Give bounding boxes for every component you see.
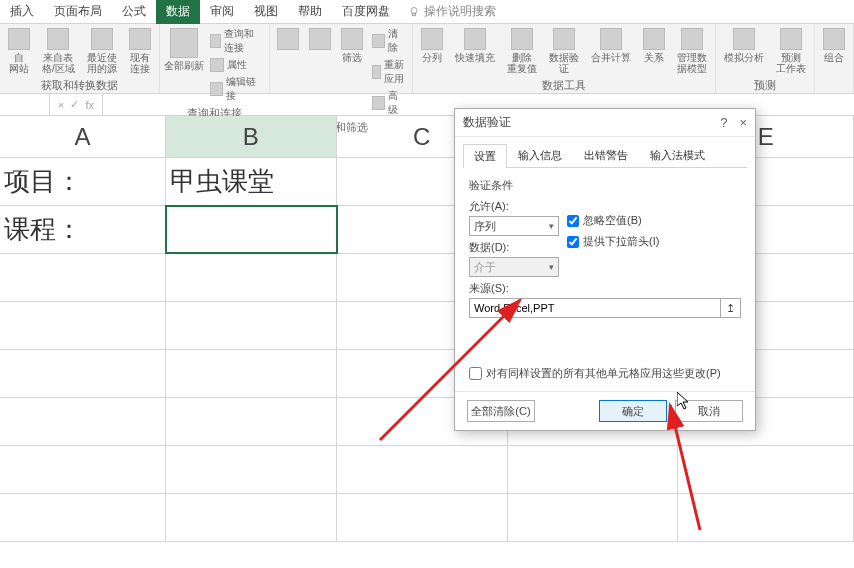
ribbon-group-data-tools: 分列 快速填充 删除重复值 数据验证 合并计算 关系 管理数据模型 数据工具 <box>413 24 716 93</box>
btn-relationships[interactable]: 关系 <box>639 26 669 65</box>
btn-consolidate[interactable]: 合并计算 <box>587 26 635 65</box>
group-label-forecast: 预测 <box>720 76 810 95</box>
btn-recent-sources[interactable]: 最近使用的源 <box>83 26 121 76</box>
tab-help[interactable]: 帮助 <box>288 0 332 24</box>
apply-to-others-checkbox[interactable]: 对有同样设置的所有其他单元格应用这些更改(P) <box>469 366 741 381</box>
dialog-tab-ime-mode[interactable]: 输入法模式 <box>639 143 716 167</box>
btn-flash-fill[interactable]: 快速填充 <box>451 26 499 65</box>
ignore-blank-label: 忽略空值(B) <box>583 213 642 228</box>
cell-E7[interactable] <box>678 446 854 493</box>
allow-select[interactable]: 序列 ▾ <box>469 216 559 236</box>
cell-A6[interactable] <box>0 398 166 445</box>
cell-A8[interactable] <box>0 494 166 541</box>
cell-A3[interactable] <box>0 254 166 301</box>
cell-E8[interactable] <box>678 494 854 541</box>
btn-what-if[interactable]: 模拟分析 <box>720 26 768 65</box>
btn-refresh-all[interactable]: 全部刷新 <box>164 26 204 73</box>
btn-text-to-columns[interactable]: 分列 <box>417 26 447 65</box>
dialog-tab-settings[interactable]: 设置 <box>463 144 507 168</box>
tab-insert[interactable]: 插入 <box>0 0 44 24</box>
dialog-tab-error-alert[interactable]: 出错警告 <box>573 143 639 167</box>
dialog-titlebar[interactable]: 数据验证 ? × <box>455 109 755 137</box>
dialog-tab-input-message[interactable]: 输入信息 <box>507 143 573 167</box>
cell-B6[interactable] <box>166 398 337 445</box>
cell-B2[interactable] <box>166 206 337 253</box>
btn-sort-custom[interactable] <box>306 26 334 54</box>
cell-B3[interactable] <box>166 254 337 301</box>
cell-C8[interactable] <box>337 494 508 541</box>
mini-edit-links[interactable]: 编辑链接 <box>208 74 265 104</box>
mini-reapply[interactable]: 重新应用 <box>370 57 408 87</box>
ok-button[interactable]: 确定 <box>599 400 667 422</box>
ignore-blank-checkbox[interactable]: 忽略空值(B) <box>567 213 659 228</box>
name-box[interactable] <box>0 94 50 115</box>
menu-tabs: 插入 页面布局 公式 数据 审阅 视图 帮助 百度网盘 操作说明搜索 <box>0 0 854 24</box>
data-select[interactable]: 介于 ▾ <box>469 257 559 277</box>
dropdown-input[interactable] <box>567 236 579 248</box>
btn-data-validation[interactable]: 数据验证 <box>545 26 583 76</box>
clear-icon <box>372 34 385 48</box>
consolidate-icon <box>600 28 622 50</box>
cell-D8[interactable] <box>508 494 679 541</box>
btn-forecast-sheet[interactable]: 预测工作表 <box>772 26 810 76</box>
fx-icon[interactable]: fx <box>85 99 94 111</box>
dropdown-checkbox[interactable]: 提供下拉箭头(I) <box>567 234 659 249</box>
group-label-data-tools: 数据工具 <box>417 76 711 95</box>
col-header-A[interactable]: A <box>0 116 166 157</box>
cancel-formula-icon[interactable]: × <box>58 99 64 111</box>
cell-A7[interactable] <box>0 446 166 493</box>
group-label-outline <box>819 87 849 91</box>
btn-from-web[interactable]: 自网站 <box>4 26 34 76</box>
tab-data[interactable]: 数据 <box>156 0 200 24</box>
cell-A5[interactable] <box>0 350 166 397</box>
btn-manage-data-model[interactable]: 管理数据模型 <box>673 26 711 76</box>
btn-group[interactable]: 组合 <box>819 26 849 65</box>
svg-point-0 <box>411 7 417 13</box>
sort-asc-icon <box>277 28 299 50</box>
cell-B4[interactable] <box>166 302 337 349</box>
source-input[interactable] <box>470 302 720 314</box>
connections-icon <box>129 28 151 50</box>
btn-sort-asc[interactable] <box>274 26 302 54</box>
btn-remove-duplicates[interactable]: 删除重复值 <box>503 26 541 76</box>
mini-properties[interactable]: 属性 <box>208 57 265 73</box>
btn-existing-connections[interactable]: 现有连接 <box>125 26 155 76</box>
mini-advanced[interactable]: 高级 <box>370 88 408 118</box>
dialog-title: 数据验证 <box>463 114 511 131</box>
cancel-button[interactable]: 取消 <box>675 400 743 422</box>
apply-to-others-input[interactable] <box>469 367 482 380</box>
tab-page-layout[interactable]: 页面布局 <box>44 0 112 24</box>
reapply-icon <box>372 65 381 79</box>
table-icon <box>47 28 69 50</box>
clear-all-button[interactable]: 全部清除(C) <box>467 400 535 422</box>
tab-review[interactable]: 审阅 <box>200 0 244 24</box>
tab-formulas[interactable]: 公式 <box>112 0 156 24</box>
enter-formula-icon[interactable]: ✓ <box>70 98 79 111</box>
data-validation-icon <box>553 28 575 50</box>
range-selector-icon[interactable]: ↥ <box>720 299 740 317</box>
cell-B8[interactable] <box>166 494 337 541</box>
cell-B1[interactable]: 甲虫课堂 <box>166 158 337 205</box>
btn-from-table[interactable]: 来自表格/区域 <box>38 26 79 76</box>
validation-criteria-label: 验证条件 <box>469 178 741 193</box>
btn-filter[interactable]: 筛选 <box>338 26 366 65</box>
properties-icon <box>210 58 224 72</box>
cell-B7[interactable] <box>166 446 337 493</box>
cell-C7[interactable] <box>337 446 508 493</box>
allow-value: 序列 <box>474 219 496 234</box>
ignore-blank-input[interactable] <box>567 215 579 227</box>
cell-B5[interactable] <box>166 350 337 397</box>
col-header-B[interactable]: B <box>166 116 337 157</box>
cell-D7[interactable] <box>508 446 679 493</box>
cell-A4[interactable] <box>0 302 166 349</box>
cell-A2[interactable]: 课程： <box>0 206 166 253</box>
close-icon[interactable]: × <box>739 115 747 130</box>
tell-me-search[interactable]: 操作说明搜索 <box>408 3 496 20</box>
cell-A1[interactable]: 项目： <box>0 158 166 205</box>
mini-clear[interactable]: 清除 <box>370 26 408 56</box>
tab-view[interactable]: 视图 <box>244 0 288 24</box>
mini-queries-connections[interactable]: 查询和连接 <box>208 26 265 56</box>
tab-baidu[interactable]: 百度网盘 <box>332 0 400 24</box>
tell-me-label: 操作说明搜索 <box>424 3 496 20</box>
help-icon[interactable]: ? <box>720 115 727 130</box>
